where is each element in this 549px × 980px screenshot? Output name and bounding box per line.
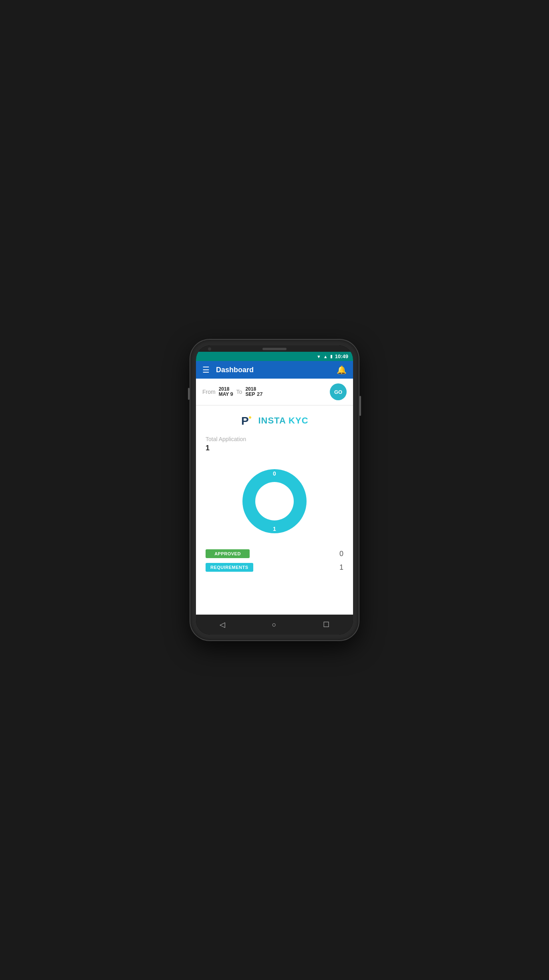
logo-kyc: KYC <box>289 415 308 425</box>
signal-icon <box>323 354 328 359</box>
phone-screen: 10:49 ☰ Dashboard 🔔 From 2018 MAY 9 To 2… <box>196 345 353 635</box>
recent-button[interactable]: ☐ <box>317 619 336 631</box>
approved-count: 0 <box>339 550 343 558</box>
svg-point-2 <box>249 416 251 419</box>
approved-badge: APPROVED <box>206 549 250 558</box>
back-button[interactable]: ◁ <box>213 619 232 631</box>
logo-container: P INSTA KYC <box>240 413 308 428</box>
date-filter-bar: From 2018 MAY 9 To 2018 SEP 27 GO <box>196 379 353 405</box>
to-date-stack: 2018 SEP <box>245 387 256 397</box>
battery-icon <box>330 354 333 359</box>
to-month: SEP <box>245 392 255 397</box>
speaker <box>262 348 287 350</box>
to-label: To <box>236 389 242 395</box>
from-date-group[interactable]: 2018 MAY 9 <box>219 387 233 397</box>
status-time: 10:49 <box>335 353 348 359</box>
status-bar: 10:49 <box>196 352 353 361</box>
phone-device: 10:49 ☰ Dashboard 🔔 From 2018 MAY 9 To 2… <box>190 340 359 640</box>
bottom-nav: ◁ ○ ☐ <box>196 615 353 635</box>
total-value: 1 <box>206 444 343 452</box>
from-month: MAY <box>219 392 229 397</box>
total-label: Total Application <box>206 436 343 442</box>
donut-chart-svg: 0 1 <box>234 461 315 541</box>
to-day: 27 <box>257 391 262 397</box>
home-button[interactable]: ○ <box>266 619 283 631</box>
phone-top-bar <box>196 345 353 352</box>
total-section: Total Application 1 <box>202 436 347 452</box>
svg-text:0: 0 <box>273 470 276 477</box>
main-content: P INSTA KYC Total Application 1 <box>196 405 353 615</box>
svg-text:1: 1 <box>273 526 276 532</box>
volume-button <box>188 388 190 400</box>
requirements-count: 1 <box>339 563 343 572</box>
power-button <box>359 396 361 416</box>
header-title: Dashboard <box>216 366 337 374</box>
from-label: From <box>202 389 216 395</box>
logo-insta: INSTA <box>258 415 289 425</box>
from-day: 9 <box>230 391 233 397</box>
svg-point-4 <box>255 482 294 520</box>
status-bar-right: 10:49 <box>317 353 348 359</box>
go-button[interactable]: GO <box>330 383 347 400</box>
stat-row-requirements: REQUIREMENTS 1 <box>206 563 343 572</box>
logo-icon: P <box>240 413 255 428</box>
from-date-stack: 2018 MAY <box>219 387 230 397</box>
wifi-icon <box>317 354 321 359</box>
donut-chart-container: 0 1 <box>234 461 315 541</box>
app-header: ☰ Dashboard 🔔 <box>196 361 353 379</box>
requirements-badge: REQUIREMENTS <box>206 563 253 572</box>
stat-row-approved: APPROVED 0 <box>206 549 343 558</box>
front-camera <box>208 347 211 351</box>
logo-text: INSTA KYC <box>258 415 308 426</box>
svg-text:P: P <box>241 415 249 427</box>
to-date-group[interactable]: 2018 SEP 27 <box>245 387 262 397</box>
hamburger-icon[interactable]: ☰ <box>202 365 210 375</box>
stats-section: APPROVED 0 REQUIREMENTS 1 <box>202 549 347 577</box>
bell-icon[interactable]: 🔔 <box>337 365 347 375</box>
